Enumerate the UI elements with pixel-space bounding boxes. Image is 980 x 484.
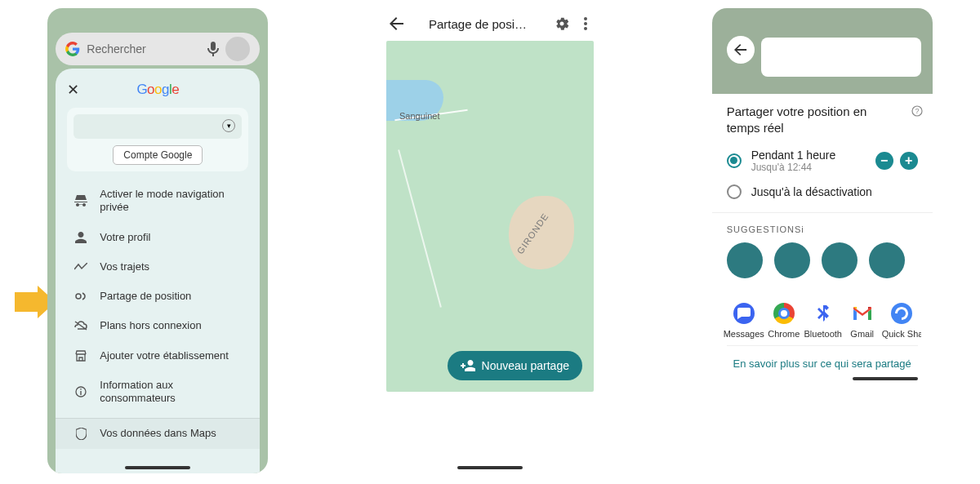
svg-point-3 xyxy=(584,17,587,20)
map[interactable]: Sanguinet GIRONDE Nouveau partage xyxy=(386,41,594,392)
profile-avatar[interactable] xyxy=(225,37,250,61)
menu-item-consumer-info[interactable]: Information aux consommateurs xyxy=(56,371,260,414)
timeline-icon xyxy=(74,263,88,271)
help-icon[interactable]: ? xyxy=(911,105,923,117)
overflow-icon[interactable] xyxy=(581,17,590,30)
share-app-chrome[interactable]: Chrome xyxy=(764,303,804,340)
bottom-sheet-handle-area xyxy=(380,398,600,464)
search-slab[interactable] xyxy=(761,38,921,77)
mic-icon[interactable] xyxy=(207,42,219,56)
menu-item-add-business[interactable]: Ajouter votre établissement xyxy=(56,341,260,371)
contact-avatar[interactable] xyxy=(727,242,763,278)
option-duration[interactable]: Pendant 1 heure Jusqu'à 12:44 − + xyxy=(727,149,918,173)
info-icon xyxy=(74,386,88,397)
svg-text:?: ? xyxy=(915,107,919,115)
decrease-duration-button[interactable]: − xyxy=(875,152,893,170)
cloud-off-icon xyxy=(74,321,88,331)
google-account-button[interactable]: Compte Google xyxy=(113,145,203,165)
person-add-icon xyxy=(461,360,475,371)
radio-unselected-icon xyxy=(727,184,742,199)
gesture-bar xyxy=(457,466,523,469)
account-switcher: ▾ Compte Google xyxy=(67,108,248,171)
share-app-gmail[interactable]: Gmail xyxy=(843,303,882,340)
radio-selected-icon xyxy=(727,153,742,168)
contact-avatar[interactable] xyxy=(869,242,905,278)
screenshot-account-menu: Rechercher ✕ Google ▾ Compte Google xyxy=(47,8,268,473)
increase-duration-button[interactable]: + xyxy=(900,152,918,170)
map-road xyxy=(398,149,442,308)
messages-icon xyxy=(733,303,755,324)
back-button[interactable] xyxy=(727,36,755,64)
menu-item-profile[interactable]: Votre profil xyxy=(56,223,260,252)
menu-item-your-data[interactable]: Vos données dans Maps xyxy=(56,418,260,448)
menu-item-location-sharing[interactable]: Partage de position xyxy=(56,282,260,311)
share-bottom-sheet: Partager votre position en temps réel ? … xyxy=(712,94,933,384)
google-g-icon xyxy=(65,42,80,56)
info-icon[interactable]: i xyxy=(801,224,804,234)
chevron-down-icon: ▾ xyxy=(222,119,235,132)
svg-point-5 xyxy=(584,27,587,30)
menu-item-incognito[interactable]: Activer le mode navigation privée xyxy=(56,180,260,223)
contact-avatar[interactable] xyxy=(822,242,858,278)
search-placeholder: Rechercher xyxy=(87,42,201,56)
screenshot-location-sharing-map: Partage de posi… Sanguinet GIRONDE Nouve… xyxy=(380,8,600,473)
suggestions-list xyxy=(727,242,918,278)
quick-share-icon xyxy=(891,303,912,324)
learn-more-link[interactable]: En savoir plus sur ce qui sera partagé xyxy=(727,345,918,378)
account-menu-panel: ✕ Google ▾ Compte Google Activer le mode… xyxy=(56,69,260,473)
share-app-messages[interactable]: Messages xyxy=(724,303,764,340)
sheet-title: Partager votre position en temps réel xyxy=(727,104,918,137)
menu-item-offline-maps[interactable]: Plans hors connexion xyxy=(56,311,260,340)
suggestions-header: SUGGESTIONSi xyxy=(727,221,918,236)
gmail-icon xyxy=(852,303,873,324)
google-logo: Google xyxy=(136,82,179,98)
chrome-icon xyxy=(773,303,795,324)
bluetooth-icon xyxy=(813,303,834,324)
menu-item-trips[interactable]: Vos trajets xyxy=(56,252,260,282)
account-selector[interactable]: ▾ xyxy=(74,114,242,139)
search-bar[interactable]: Rechercher xyxy=(56,33,260,65)
gesture-bar xyxy=(125,466,190,469)
svg-point-4 xyxy=(584,22,587,25)
option-until-off[interactable]: Jusqu'à la désactivation xyxy=(727,184,918,199)
settings-icon[interactable] xyxy=(551,16,572,31)
store-icon xyxy=(74,350,88,362)
map-terrain xyxy=(509,196,574,269)
new-share-button[interactable]: Nouveau partage xyxy=(448,351,582,380)
shield-icon xyxy=(74,428,88,440)
share-app-bluetooth[interactable]: Bluetooth xyxy=(804,303,843,340)
share-app-quick-share[interactable]: Quick Share xyxy=(882,303,921,340)
svg-point-1 xyxy=(76,294,81,299)
share-apps-row: Messages Chrome Bluetooth Gmail xyxy=(724,303,921,340)
person-icon xyxy=(74,232,88,243)
map-preview xyxy=(712,8,933,94)
contact-avatar[interactable] xyxy=(774,242,810,278)
location-share-icon xyxy=(74,291,88,302)
divider xyxy=(712,212,933,213)
incognito-icon xyxy=(74,195,88,206)
page-title: Partage de posi… xyxy=(412,17,543,31)
close-icon[interactable]: ✕ xyxy=(67,81,79,99)
back-icon[interactable] xyxy=(390,16,404,31)
gesture-bar xyxy=(853,377,918,380)
header: Partage de posi… xyxy=(380,8,600,39)
menu-list: Activer le mode navigation privée Votre … xyxy=(56,180,260,473)
map-place-label: Sanguinet xyxy=(399,111,440,121)
screenshot-share-sheet: Partager votre position en temps réel ? … xyxy=(712,8,933,473)
